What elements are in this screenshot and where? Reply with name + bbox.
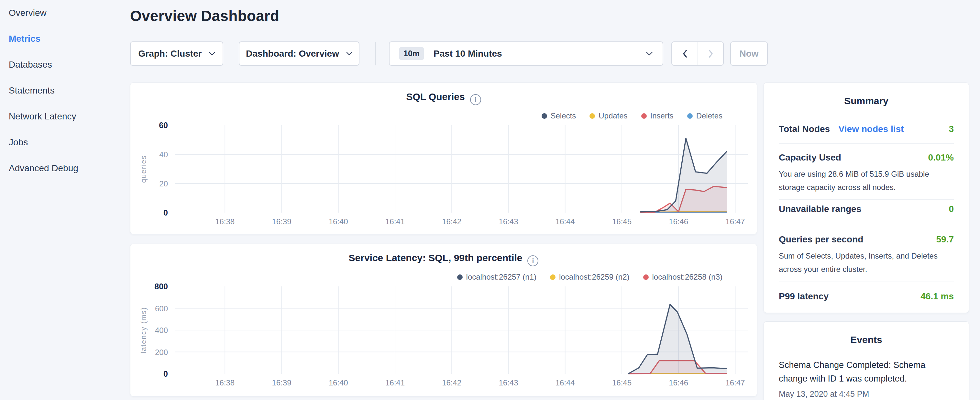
summary-row-unavailable-ranges: Unavailable ranges 0 xyxy=(779,200,954,222)
chevron-right-icon xyxy=(707,49,714,59)
svg-text:16:38: 16:38 xyxy=(215,378,235,387)
page-title: Overview Dashboard xyxy=(130,7,279,25)
qps-label: Queries per second xyxy=(779,234,863,245)
svg-text:16:40: 16:40 xyxy=(329,378,348,387)
chart-svg-1[interactable]: 16:3816:3916:4016:4116:4216:4316:4416:45… xyxy=(130,244,757,397)
events-title: Events xyxy=(764,322,969,345)
time-range-label: Past 10 Minutes xyxy=(434,49,502,59)
chevron-down-icon xyxy=(209,52,215,56)
sql-queries-chart-card: SQL Queriesi SelectsUpdatesInsertsDelete… xyxy=(130,83,757,234)
summary-row-capacity-used: Capacity Used 0.01% You are using 28.6 M… xyxy=(779,144,954,200)
svg-text:60: 60 xyxy=(159,121,168,130)
time-step-button-group xyxy=(671,41,724,66)
time-next-button[interactable] xyxy=(698,42,723,65)
chevron-down-icon xyxy=(646,51,653,56)
svg-text:20: 20 xyxy=(159,179,168,188)
svg-text:600: 600 xyxy=(155,304,168,313)
svg-text:16:38: 16:38 xyxy=(215,217,235,226)
svg-text:16:45: 16:45 xyxy=(612,378,632,387)
summary-row-p99-latency: P99 latency 46.1 ms xyxy=(779,282,954,302)
service-latency-chart-card: Service Latency: SQL, 99th percentilei l… xyxy=(130,244,757,397)
svg-text:40: 40 xyxy=(159,150,168,159)
summary-row-queries-per-second: Queries per second 59.7 Sum of Selects, … xyxy=(779,222,954,282)
capacity-used-label: Capacity Used xyxy=(779,153,841,163)
svg-text:16:39: 16:39 xyxy=(272,217,291,226)
unavailable-ranges-label: Unavailable ranges xyxy=(779,204,861,214)
total-nodes-label: Total Nodes xyxy=(779,124,830,134)
time-range-dropdown[interactable]: 10m Past 10 Minutes xyxy=(389,41,663,66)
p99-latency-label: P99 latency xyxy=(779,291,829,302)
dashboard-dropdown-label: Dashboard: Overview xyxy=(246,49,339,59)
svg-text:16:44: 16:44 xyxy=(555,217,575,226)
chart-svg-0[interactable]: 16:3816:3916:4016:4116:4216:4316:4416:45… xyxy=(130,83,757,234)
qps-description: Sum of Selects, Updates, Inserts, and De… xyxy=(779,249,954,276)
chevron-down-icon xyxy=(346,52,352,56)
svg-text:16:45: 16:45 xyxy=(612,217,632,226)
sidebar: Overview Metrics Databases Statements Ne… xyxy=(0,0,129,181)
toolbar: Graph: Cluster Dashboard: Overview 10m P… xyxy=(130,41,768,66)
time-prev-button[interactable] xyxy=(672,42,698,65)
svg-text:16:44: 16:44 xyxy=(555,378,575,387)
svg-text:16:39: 16:39 xyxy=(272,378,291,387)
summary-title: Summary xyxy=(764,83,969,107)
svg-text:400: 400 xyxy=(155,326,168,335)
time-range-badge: 10m xyxy=(399,47,424,60)
svg-text:0: 0 xyxy=(163,369,168,378)
svg-text:0: 0 xyxy=(163,208,168,217)
svg-text:16:47: 16:47 xyxy=(725,217,745,226)
now-button[interactable]: Now xyxy=(730,41,768,66)
svg-text:200: 200 xyxy=(155,348,168,357)
dashboard-dropdown[interactable]: Dashboard: Overview xyxy=(239,41,360,66)
qps-value: 59.7 xyxy=(936,234,954,245)
svg-text:16:42: 16:42 xyxy=(442,378,461,387)
sidebar-item-overview[interactable]: Overview xyxy=(0,0,129,26)
sidebar-item-databases[interactable]: Databases xyxy=(0,52,129,78)
capacity-used-value: 0.01% xyxy=(928,153,954,163)
chevron-left-icon xyxy=(681,49,689,59)
event-timestamp: May 13, 2020 at 4:45 PM xyxy=(779,389,954,399)
view-nodes-list-link[interactable]: View nodes list xyxy=(838,124,904,134)
summary-panel: Summary Total Nodes View nodes list 3 Ca… xyxy=(764,83,969,313)
events-panel: Events Schema Change Completed: Schema c… xyxy=(764,321,969,400)
event-text: Schema Change Completed: Schema change w… xyxy=(779,358,954,386)
sidebar-item-advanced-debug[interactable]: Advanced Debug xyxy=(0,155,129,181)
svg-text:16:41: 16:41 xyxy=(385,378,405,387)
svg-text:16:47: 16:47 xyxy=(725,378,745,387)
svg-text:latency (ms): latency (ms) xyxy=(140,307,148,354)
summary-row-total-nodes: Total Nodes View nodes list 3 xyxy=(779,124,954,144)
sidebar-item-statements[interactable]: Statements xyxy=(0,78,129,104)
graph-dropdown[interactable]: Graph: Cluster xyxy=(130,41,223,66)
toolbar-divider xyxy=(375,42,375,65)
sidebar-item-network-latency[interactable]: Network Latency xyxy=(0,104,129,129)
summary-body: Total Nodes View nodes list 3 Capacity U… xyxy=(764,124,969,302)
svg-text:queries: queries xyxy=(140,155,148,183)
sidebar-item-jobs[interactable]: Jobs xyxy=(0,129,129,155)
svg-text:800: 800 xyxy=(154,282,168,291)
svg-text:16:46: 16:46 xyxy=(669,378,688,387)
svg-text:16:42: 16:42 xyxy=(442,217,461,226)
svg-text:16:40: 16:40 xyxy=(329,217,348,226)
total-nodes-value: 3 xyxy=(949,124,954,134)
svg-text:16:46: 16:46 xyxy=(669,217,688,226)
event-list-item[interactable]: Schema Change Completed: Schema change w… xyxy=(764,358,969,399)
svg-text:16:43: 16:43 xyxy=(499,378,518,387)
capacity-used-description: You are using 28.6 MiB of 515.9 GiB usab… xyxy=(779,167,954,194)
svg-text:16:41: 16:41 xyxy=(385,217,405,226)
sidebar-item-metrics[interactable]: Metrics xyxy=(0,26,129,52)
p99-latency-value: 46.1 ms xyxy=(921,291,954,302)
graph-dropdown-label: Graph: Cluster xyxy=(138,49,202,59)
unavailable-ranges-value: 0 xyxy=(949,204,954,214)
svg-text:16:43: 16:43 xyxy=(499,217,518,226)
